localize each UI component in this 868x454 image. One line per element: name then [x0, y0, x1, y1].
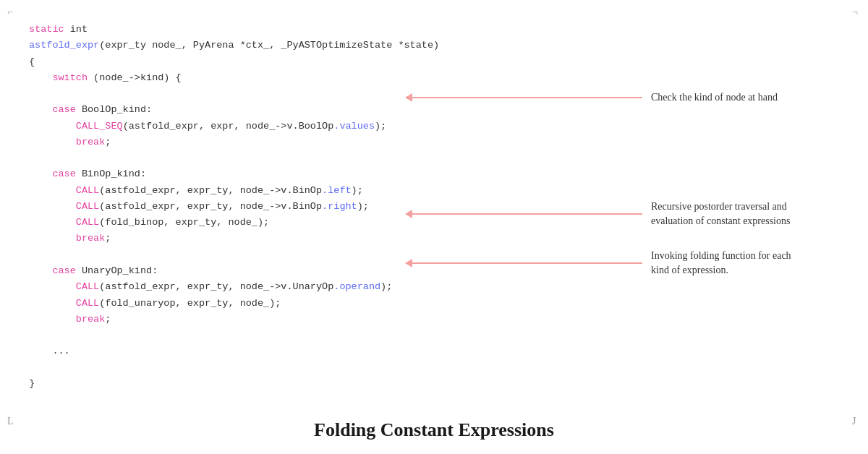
code-line: case BinOp_kind: — [29, 166, 608, 182]
macro-call-seq: CALL_SEQ — [76, 121, 123, 132]
corner-bl: L — [7, 416, 16, 425]
code-line: CALL(fold_unaryop, expr_ty, node_); — [29, 296, 608, 312]
annotations-panel: Check the kind of node at hand Recursive… — [608, 22, 839, 406]
code-text — [29, 314, 76, 325]
code-line: switch (node_->kind) { — [29, 70, 608, 86]
code-text: ); — [375, 121, 386, 132]
code-line: break; — [29, 231, 608, 247]
code-text: (astfold_expr, expr_ty, node_->v.UnaryOp — [99, 281, 333, 292]
keyword-break: break — [76, 233, 106, 244]
code-text: ; — [105, 137, 111, 147]
code-text — [29, 298, 76, 309]
code-line: ... — [29, 343, 608, 359]
code-line: CALL_SEQ(astfold_expr, expr, node_->v.Bo… — [29, 119, 608, 134]
code-text: (astfold_expr, expr_ty, node_->v.BinOp — [99, 201, 322, 212]
arrow-3 — [405, 259, 642, 267]
code-text: ); — [380, 281, 392, 292]
code-text: (astfold_expr, expr, node_->v.BoolOp — [123, 121, 334, 132]
code-text: (expr_ty node_, PyArena *ctx_, _PyASTOpt… — [99, 40, 439, 51]
code-text — [29, 104, 52, 115]
code-text: ... — [29, 346, 70, 356]
code-text: (astfold_expr, expr_ty, node_->v.BinOp — [99, 185, 322, 196]
macro-call: CALL — [76, 201, 99, 212]
arrow-body-2 — [412, 213, 642, 215]
code-line: CALL(astfold_expr, expr_ty, node_->v.Una… — [29, 279, 608, 295]
code-text: ; — [105, 314, 111, 325]
arrow-body-3 — [412, 262, 642, 264]
code-text — [29, 281, 76, 292]
code-line: CALL(astfold_expr, expr_ty, node_->v.Bin… — [29, 183, 608, 199]
code-text: (fold_binop, expr_ty, node_); — [99, 217, 269, 228]
annotation-2: Recursive postorder traversal and evalua… — [405, 200, 810, 228]
code-text: { — [29, 56, 35, 67]
code-text — [29, 233, 76, 244]
code-line — [29, 327, 608, 343]
keyword: static — [29, 24, 64, 35]
code-text: ); — [352, 185, 363, 196]
arrowhead-3 — [405, 259, 412, 267]
code-text: UnaryOp_kind: — [76, 265, 158, 276]
corner-br: J — [852, 416, 861, 425]
keyword-case: case — [52, 104, 75, 115]
code-text — [29, 72, 52, 83]
arrow-1 — [405, 93, 642, 102]
arrow-body-1 — [412, 97, 642, 98]
code-text — [29, 137, 76, 147]
macro-call: CALL — [76, 185, 99, 196]
field-operand: .operand — [333, 281, 380, 292]
code-line: } — [29, 376, 608, 392]
code-text — [29, 168, 52, 179]
code-text: BinOp_kind: — [76, 168, 146, 179]
keyword-break: break — [76, 137, 106, 147]
code-text — [29, 265, 52, 276]
field-right: .right — [322, 201, 357, 212]
function-name: astfold_expr — [29, 40, 99, 51]
code-line: break; — [29, 312, 608, 327]
slide-title: Folding Constant Expressions — [0, 414, 868, 454]
main-content: static int astfold_expr(expr_ty node_, P… — [0, 0, 868, 414]
code-line: astfold_expr(expr_ty node_, PyArena *ctx… — [29, 38, 608, 53]
code-line — [29, 360, 608, 376]
annotation-3: Invoking folding function for each kind … — [405, 249, 810, 277]
code-text: int — [64, 24, 88, 35]
code-line: break; — [29, 134, 608, 150]
arrow-2 — [405, 210, 642, 218]
arrowhead-2 — [405, 210, 412, 218]
code-text: ); — [357, 201, 369, 212]
macro-call: CALL — [76, 217, 99, 228]
code-text: BoolOp_kind: — [76, 104, 152, 115]
annotation-text-3: Invoking folding function for each kind … — [651, 249, 810, 277]
code-text: (node_->kind) { — [88, 72, 182, 83]
code-text: } — [29, 378, 35, 389]
field-values: .values — [333, 121, 375, 132]
annotation-text-1: Check the kind of node at hand — [651, 90, 810, 105]
annotation-1: Check the kind of node at hand — [405, 90, 810, 105]
code-text — [29, 121, 76, 132]
code-text — [29, 185, 76, 196]
keyword-switch: switch — [52, 72, 88, 83]
keyword-case: case — [52, 265, 75, 276]
field-left: .left — [322, 185, 352, 196]
arrowhead-1 — [405, 93, 412, 102]
code-line: { — [29, 54, 608, 70]
keyword-break: break — [76, 314, 106, 325]
code-text: ; — [105, 233, 111, 244]
slide-container: ⌐ ¬ L J static int astfold_expr(expr_ty … — [0, 0, 868, 454]
code-line: case BoolOp_kind: — [29, 102, 608, 118]
code-line — [29, 150, 608, 166]
code-text — [29, 201, 76, 212]
keyword-case: case — [52, 168, 75, 179]
code-line: static int — [29, 22, 608, 38]
code-text: (fold_unaryop, expr_ty, node_); — [99, 298, 281, 309]
macro-call: CALL — [76, 298, 99, 309]
annotation-text-2: Recursive postorder traversal and evalua… — [651, 200, 810, 228]
code-text — [29, 217, 76, 228]
macro-call: CALL — [76, 281, 99, 292]
